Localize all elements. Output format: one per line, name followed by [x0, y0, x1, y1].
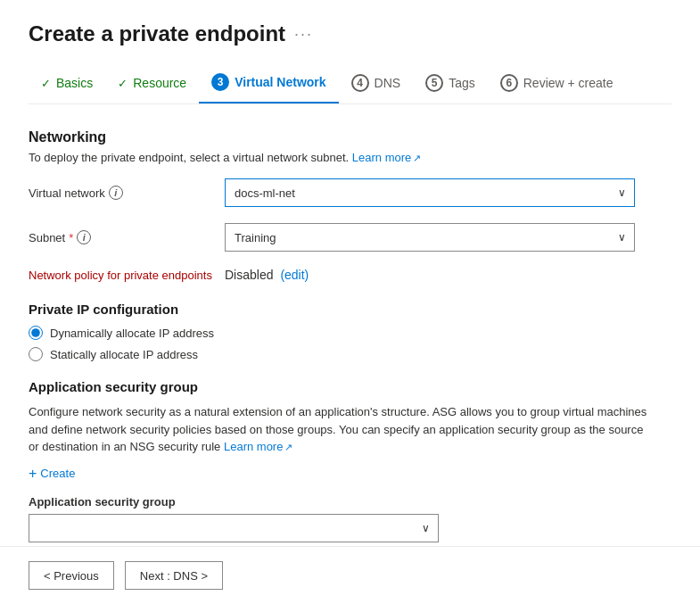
step-label-dns: DNS [375, 76, 401, 90]
step-review[interactable]: 6 Review + create [488, 65, 626, 103]
step-basics[interactable]: ✓ Basics [29, 67, 105, 101]
previous-button[interactable]: < Previous [29, 561, 114, 590]
static-ip-option[interactable]: Statically allocate IP address [29, 347, 671, 361]
asg-select-wrapper: ∨ [29, 514, 439, 542]
subnet-required-marker: * [69, 231, 73, 244]
asg-create-button[interactable]: + Create [29, 467, 75, 481]
step-label-resource: Resource [133, 76, 186, 90]
virtual-network-label: Virtual network i [29, 186, 225, 200]
wizard-steps: ✓ Basics ✓ Resource 3 Virtual Network 4 … [29, 64, 671, 104]
step-label-basics: Basics [56, 76, 93, 90]
step-dns[interactable]: 4 DNS [339, 65, 414, 103]
footer: < Previous Next : DNS > [0, 546, 700, 604]
virtual-network-row: Virtual network i docs-ml-net ∨ [29, 178, 671, 207]
step-number-review: 6 [500, 74, 518, 92]
network-policy-value: Disabled (edit) [225, 268, 309, 282]
private-ip-radio-group: Dynamically allocate IP address Statical… [29, 326, 671, 361]
asg-external-link-icon: ↗ [284, 442, 292, 452]
networking-description: To deploy the private endpoint, select a… [29, 151, 671, 164]
asg-section: Application security group Configure net… [29, 379, 671, 542]
virtual-network-select[interactable]: docs-ml-net [225, 178, 635, 207]
virtual-network-select-wrapper: docs-ml-net ∨ [225, 178, 635, 207]
page-title-ellipsis: ··· [294, 25, 313, 44]
subnet-info-icon[interactable]: i [77, 230, 91, 244]
subnet-select[interactable]: Training [225, 223, 635, 252]
next-button[interactable]: Next : DNS > [125, 561, 223, 590]
check-icon-resource: ✓ [118, 77, 128, 90]
subnet-row: Subnet * i Training ∨ [29, 223, 671, 252]
plus-icon: + [29, 467, 37, 481]
step-virtual-network[interactable]: 3 Virtual Network [199, 64, 338, 103]
step-number-dns: 4 [351, 74, 369, 92]
asg-description: Configure network security as a natural … [29, 403, 653, 456]
networking-learn-more-link[interactable]: Learn more↗ [352, 151, 421, 164]
asg-select[interactable] [29, 514, 439, 542]
network-policy-label: Network policy for private endpoints [29, 269, 225, 282]
networking-section-title: Networking [29, 129, 671, 145]
static-ip-radio[interactable] [29, 347, 43, 361]
step-resource[interactable]: ✓ Resource [105, 67, 199, 101]
step-label-tags: Tags [449, 76, 475, 90]
networking-desc-text: To deploy the private endpoint, select a… [29, 151, 349, 164]
private-ip-section-title: Private IP configuration [29, 302, 671, 317]
virtual-network-info-icon[interactable]: i [109, 186, 123, 200]
subnet-label: Subnet * i [29, 230, 225, 244]
step-label-review: Review + create [523, 76, 614, 90]
dynamic-ip-label: Dynamically allocate IP address [50, 327, 214, 340]
asg-section-title: Application security group [29, 379, 671, 394]
static-ip-label: Statically allocate IP address [50, 348, 198, 361]
step-number-tags: 5 [425, 74, 443, 92]
external-link-icon: ↗ [413, 153, 421, 163]
network-policy-row: Network policy for private endpoints Dis… [29, 268, 671, 282]
network-policy-edit-link[interactable]: (edit) [280, 268, 309, 282]
step-number-vnet: 3 [211, 73, 229, 91]
asg-learn-more-link[interactable]: Learn more↗ [224, 440, 292, 453]
step-label-vnet: Virtual Network [235, 75, 325, 89]
virtual-network-control: docs-ml-net ∨ [225, 178, 635, 207]
asg-dropdown-label: Application security group [29, 495, 671, 509]
dynamic-ip-option[interactable]: Dynamically allocate IP address [29, 326, 671, 340]
page-title: Create a private endpoint [29, 21, 285, 46]
subnet-select-wrapper: Training ∨ [225, 223, 635, 252]
dynamic-ip-radio[interactable] [29, 326, 43, 340]
subnet-control: Training ∨ [225, 223, 635, 252]
step-tags[interactable]: 5 Tags [413, 65, 488, 103]
main-content: Networking To deploy the private endpoin… [29, 129, 671, 542]
check-icon-basics: ✓ [41, 77, 51, 90]
